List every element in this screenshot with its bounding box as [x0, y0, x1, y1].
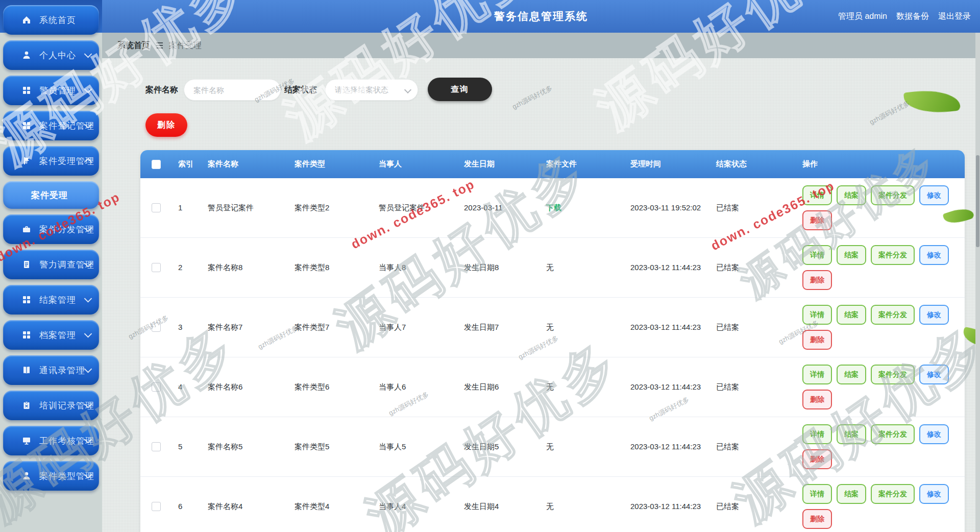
sidebar-item-label: 系统首页: [39, 14, 76, 26]
close-case-button[interactable]: 结案: [837, 424, 866, 444]
sidebar-item-investigation-mgmt[interactable]: 警力调查管理: [3, 250, 99, 279]
download-link[interactable]: 下载: [546, 202, 561, 214]
grid-icon: [21, 120, 32, 131]
bulk-delete-button[interactable]: 删除: [145, 113, 187, 137]
close-case-button[interactable]: 结案: [837, 484, 866, 504]
scrollbar-track[interactable]: [975, 33, 980, 532]
edit-button[interactable]: 修改: [919, 484, 949, 504]
detail-button[interactable]: 详情: [802, 424, 832, 444]
cell-case-file: 无: [540, 298, 624, 357]
detail-button[interactable]: 详情: [802, 365, 832, 384]
select-all-checkbox[interactable]: [152, 160, 161, 169]
cell-accept-time: 2023-03-12 11:44:23: [624, 357, 710, 417]
delete-row-button[interactable]: 删除: [802, 449, 832, 469]
delete-row-button[interactable]: 删除: [802, 509, 832, 529]
col-party: 当事人: [373, 150, 458, 178]
cell-index: 2: [172, 238, 202, 297]
sidebar-item-label: 档案管理: [39, 329, 76, 341]
cell-case-type: 案件类型2: [288, 178, 373, 237]
row-checkbox[interactable]: [152, 502, 161, 511]
cell-party: 当事人4: [373, 477, 458, 532]
close-case-button[interactable]: 结案: [837, 245, 866, 265]
detail-button[interactable]: 详情: [802, 245, 832, 265]
detail-button[interactable]: 详情: [802, 305, 832, 325]
edit-button[interactable]: 修改: [919, 305, 949, 325]
row-checkbox[interactable]: [152, 442, 161, 451]
dispatch-button[interactable]: 案件分发: [871, 365, 915, 384]
edit-button[interactable]: 修改: [919, 365, 949, 384]
dispatch-button[interactable]: 案件分发: [871, 305, 915, 325]
clipboard-icon: [21, 400, 32, 410]
edit-button[interactable]: 修改: [919, 245, 949, 265]
dispatch-button[interactable]: 案件分发: [871, 424, 915, 444]
close-case-button[interactable]: 结案: [837, 185, 866, 205]
delete-row-button[interactable]: 删除: [802, 390, 832, 409]
grid-icon: [21, 330, 32, 340]
cell-case-type: 案件类型8: [288, 238, 373, 297]
document-icon: [21, 259, 32, 270]
cell-case-file: 无: [540, 417, 624, 476]
cell-case-type: 案件类型6: [288, 357, 373, 417]
breadcrumb-home[interactable]: 系统首页: [117, 40, 150, 51]
sidebar-item-personal-center[interactable]: 个人中心: [3, 40, 99, 70]
cell-case-type: 案件类型4: [288, 477, 373, 532]
cell-index: 3: [172, 298, 202, 357]
monitor-icon: [21, 436, 32, 446]
col-case-type: 案件类型: [288, 150, 373, 178]
dispatch-button[interactable]: 案件分发: [871, 185, 915, 205]
sidebar-item-contacts-mgmt[interactable]: 通讯录管理: [3, 355, 99, 385]
cell-close-status: 已结案: [710, 238, 796, 297]
row-checkbox[interactable]: [152, 323, 161, 332]
close-case-button[interactable]: 结案: [837, 365, 866, 384]
scrollbar-thumb[interactable]: [976, 155, 979, 247]
dispatch-button[interactable]: 案件分发: [871, 245, 915, 265]
chevron-down-icon: [84, 365, 92, 373]
breadcrumb-current: 案件受理: [169, 40, 202, 51]
row-checkbox[interactable]: [152, 382, 161, 392]
delete-row-button[interactable]: 删除: [802, 270, 832, 290]
sidebar-item-officer-mgmt[interactable]: 警员管理: [3, 76, 99, 105]
cell-case-type: 案件类型5: [288, 417, 373, 476]
sidebar-item-assessment-mgmt[interactable]: 工作考核管理: [3, 426, 99, 455]
detail-button[interactable]: 详情: [802, 185, 832, 205]
cell-case-file: 无: [540, 238, 624, 297]
sidebar-item-case-dispatch-mgmt[interactable]: 案件分发管理: [3, 214, 99, 244]
data-backup-link[interactable]: 数据备份: [896, 11, 929, 22]
sidebar-item-archive-mgmt[interactable]: 档案管理: [3, 320, 99, 350]
row-checkbox[interactable]: [152, 263, 161, 272]
flag-icon: [21, 156, 32, 166]
chevron-down-icon: [84, 330, 92, 338]
edit-button[interactable]: 修改: [919, 424, 949, 444]
sidebar-item-case-close-mgmt[interactable]: 结案管理: [3, 285, 99, 315]
cell-case-name: 案件名称8: [202, 238, 288, 297]
dispatch-button[interactable]: 案件分发: [871, 484, 915, 504]
sidebar-item-training-mgmt[interactable]: 培训记录管理: [3, 391, 99, 420]
sidebar-item-case-type-mgmt[interactable]: 案件类型管理: [3, 461, 99, 491]
delete-row-button[interactable]: 删除: [802, 330, 832, 350]
cases-table: 索引 案件名称 案件类型 当事人 发生日期 案件文件 受理时间 结案状态 操作 …: [140, 150, 965, 532]
col-accept-time: 受理时间: [624, 150, 710, 178]
detail-button[interactable]: 详情: [802, 484, 832, 504]
case-name-input[interactable]: [184, 79, 281, 101]
chevron-down-icon: [84, 85, 92, 93]
logout-link[interactable]: 退出登录: [938, 11, 971, 22]
edit-button[interactable]: 修改: [919, 185, 949, 205]
sidebar-item-case-accept-mgmt[interactable]: 案件受理管理: [3, 146, 99, 176]
query-button[interactable]: 查询: [428, 78, 492, 101]
sidebar-subitem-case-accept[interactable]: 案件受理: [3, 181, 99, 209]
cell-date: 发生日期6: [458, 357, 540, 417]
cell-close-status: 已结案: [710, 298, 796, 357]
row-checkbox[interactable]: [152, 203, 161, 212]
case-status-select[interactable]: 请选择结案状态: [325, 79, 418, 101]
cell-case-name: 案件名称6: [202, 357, 288, 417]
delete-row-button[interactable]: 删除: [802, 210, 832, 230]
sidebar-item-case-register-mgmt[interactable]: 案件登记管理: [3, 111, 99, 140]
close-case-button[interactable]: 结案: [837, 305, 866, 325]
grid-icon: [21, 85, 32, 95]
table-row: 2 案件名称8 案件类型8 当事人8 发生日期8 无 2023-03-12 11…: [140, 238, 965, 298]
sidebar-item-label: 结案管理: [39, 294, 76, 306]
cell-party: 警员登记案件: [373, 178, 458, 237]
sidebar-item-system-home[interactable]: 系统首页: [3, 5, 99, 35]
select-placeholder: 请选择结案状态: [335, 85, 388, 95]
cell-index: 5: [172, 417, 202, 476]
